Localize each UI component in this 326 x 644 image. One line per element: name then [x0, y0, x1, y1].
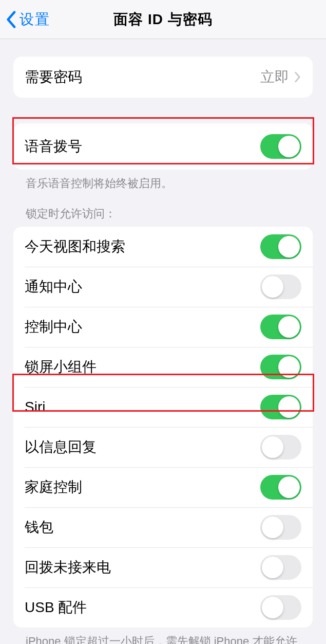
- locked-access-row: 钱包: [25, 507, 313, 547]
- locked-access-label: 钱包: [25, 518, 53, 537]
- require-passcode-value: 立即: [260, 67, 289, 87]
- locked-access-row: 通知中心: [25, 267, 313, 307]
- voice-dial-toggle[interactable]: [260, 134, 301, 159]
- locked-access-label: 控制中心: [25, 317, 82, 337]
- locked-access-row: Siri: [25, 387, 313, 427]
- locked-access-toggle[interactable]: [260, 315, 301, 339]
- voice-dial-row: 语音拨号: [13, 123, 313, 170]
- locked-access-toggle[interactable]: [260, 234, 301, 259]
- require-passcode-group: 需要密码 立即: [13, 57, 313, 98]
- back-label: 设置: [20, 10, 50, 29]
- locked-access-label: 家庭控制: [25, 477, 82, 497]
- locked-access-toggle[interactable]: [260, 435, 301, 459]
- voice-dial-label: 语音拨号: [25, 137, 82, 156]
- locked-access-label: 今天视图和搜索: [25, 237, 125, 256]
- locked-access-label: 以信息回复: [25, 437, 97, 457]
- locked-access-label: Siri: [25, 399, 45, 415]
- require-passcode-label: 需要密码: [25, 67, 82, 87]
- locked-access-row: 回拨未接来电: [25, 547, 313, 587]
- locked-access-row: 今天视图和搜索: [13, 227, 313, 267]
- back-button[interactable]: 设置: [0, 10, 50, 29]
- locked-access-toggle[interactable]: [260, 515, 301, 540]
- locked-access-toggle[interactable]: [260, 475, 301, 500]
- chevron-left-icon: [5, 10, 16, 29]
- locked-access-label: 回拨未接来电: [25, 558, 111, 577]
- locked-access-label: 锁屏小组件: [25, 357, 97, 377]
- locked-access-row: 以信息回复: [25, 427, 313, 467]
- locked-access-row: 控制中心: [25, 307, 313, 347]
- nav-bar: 设置 面容 ID 与密码: [0, 0, 326, 39]
- locked-access-toggle[interactable]: [260, 274, 301, 299]
- locked-access-row: 家庭控制: [25, 467, 313, 507]
- require-passcode-row[interactable]: 需要密码 立即: [13, 57, 313, 98]
- locked-access-row: USB 配件: [25, 587, 313, 628]
- locked-access-footer: iPhone 锁定超过一小时后，需先解锁 iPhone 才能允许 USB 配件连…: [13, 628, 313, 644]
- locked-access-toggle[interactable]: [260, 395, 301, 419]
- locked-access-header: 锁定时允许访问：: [13, 192, 313, 227]
- locked-access-toggle[interactable]: [260, 355, 301, 379]
- locked-access-toggle[interactable]: [260, 595, 301, 620]
- chevron-right-icon: [294, 71, 301, 83]
- voice-dial-footer: 音乐语音控制将始终被启用。: [13, 170, 313, 192]
- locked-access-label: 通知中心: [25, 277, 82, 297]
- locked-access-toggle[interactable]: [260, 555, 301, 580]
- locked-access-row: 锁屏小组件: [25, 347, 313, 387]
- locked-access-group: 今天视图和搜索通知中心控制中心锁屏小组件Siri以信息回复家庭控制钱包回拨未接来…: [13, 227, 313, 628]
- locked-access-label: USB 配件: [25, 598, 87, 617]
- voice-dial-group: 语音拨号: [13, 123, 313, 170]
